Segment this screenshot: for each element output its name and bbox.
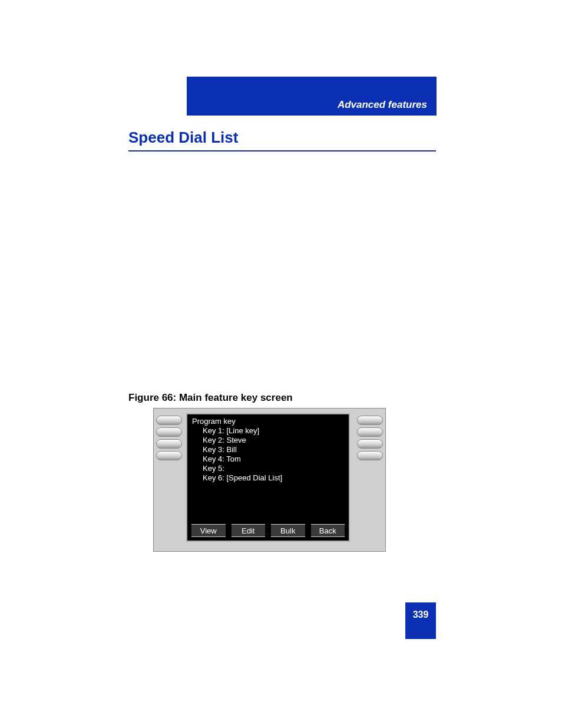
screen-key-line: Key 3: Bill [192,445,282,454]
screen-header-line: Program key [192,417,282,426]
phone-hard-key [357,451,383,460]
screen-key-line: Key 6: [Speed Dial List] [192,473,282,483]
page-number: 339 [413,610,429,620]
softkey-label: Edit [242,526,254,535]
figure-caption: Figure 66: Main feature key screen [128,392,293,404]
section-title: Speed Dial List [128,129,436,151]
softkey-label: View [200,526,217,535]
screen-key-line: Key 1: [Line key] [192,426,282,436]
page-number-tab: 339 [405,602,436,639]
screen-key-line: Key 2: Steve [192,436,282,445]
phone-hard-key [156,427,182,437]
phone-hard-key [357,416,383,425]
softkey-label: Back [319,526,336,535]
phone-side-keys-left [156,416,182,460]
softkey-row: View Edit Bulk Back [191,524,345,537]
phone-hard-key [357,427,383,437]
screen-key-line: Key 5: [192,464,282,473]
phone-hard-key [156,416,182,425]
phone-hard-key [156,439,182,449]
softkey-bulk[interactable]: Bulk [270,524,306,537]
screen-key-list: Key 1: [Line key] Key 2: Steve Key 3: Bi… [192,426,282,483]
screen-text: Program key Key 1: [Line key] Key 2: Ste… [192,417,282,483]
softkey-view[interactable]: View [191,524,226,537]
phone-screenshot: Program key Key 1: [Line key] Key 2: Ste… [153,408,386,552]
phone-side-keys-right [357,416,383,460]
phone-lcd-screen: Program key Key 1: [Line key] Key 2: Ste… [186,413,350,542]
document-page: Advanced features Speed Dial List Figure… [0,0,562,728]
phone-hard-key [357,439,383,449]
softkey-back[interactable]: Back [310,524,346,537]
softkey-label: Bulk [280,526,295,535]
phone-hard-key [156,451,182,460]
softkey-edit[interactable]: Edit [231,524,266,537]
screen-key-line: Key 4: Tom [192,454,282,464]
chapter-header-bar: Advanced features [187,77,437,116]
chapter-header-label: Advanced features [338,99,427,111]
